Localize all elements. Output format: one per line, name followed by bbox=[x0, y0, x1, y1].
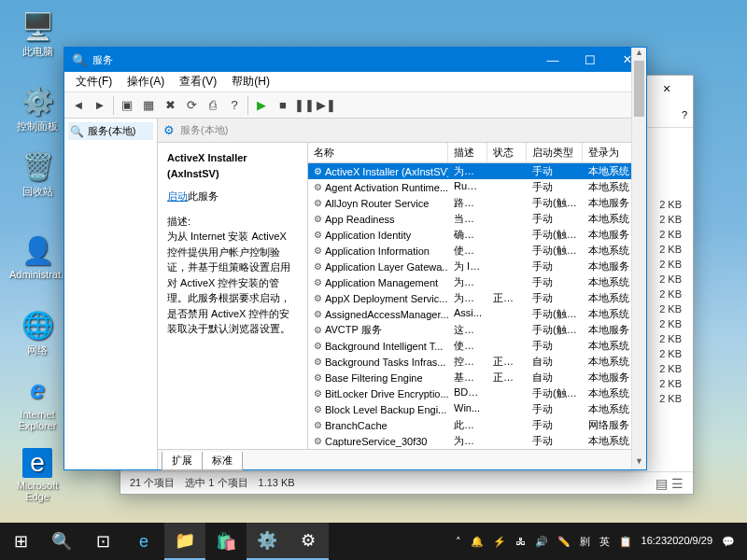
desktop-icon-edge[interactable]: eMicrosoft Edge bbox=[9, 448, 65, 502]
nav-help-button[interactable]: ? bbox=[682, 109, 687, 120]
service-row[interactable]: ⚙AppX Deployment Servic...为部...正在...手动本地… bbox=[308, 290, 646, 306]
service-row[interactable]: ⚙BranchCache此服...手动网络服务 bbox=[308, 417, 646, 433]
system-tray: ˄ 🔔 ⚡ 🖧 🔊 ✏️ 㔀 英 📋 16:23 2020/9/29 💬 bbox=[451, 523, 747, 560]
toolbar-refresh-button[interactable]: ⟳ bbox=[181, 95, 202, 116]
taskbar-clock[interactable]: 16:23 2020/9/29 bbox=[637, 523, 717, 560]
service-row[interactable]: ⚙Application Layer Gatewa...为 In...手动本地服… bbox=[308, 259, 646, 274]
service-row[interactable]: ⚙AssignedAccessManager...Assi...手动(触发...… bbox=[308, 306, 646, 322]
service-row[interactable]: ⚙AllJoyn Router Service路由...手动(触发...本地服务 bbox=[308, 195, 646, 211]
gear-icon: ⚙ bbox=[314, 198, 322, 208]
tray-icon[interactable]: 🔔 bbox=[466, 523, 488, 560]
minimize-button[interactable]: — bbox=[534, 48, 571, 72]
taskbar: ⊞ 🔍 ⊡ e 📁 🛍️ ⚙️ ⚙ ˄ 🔔 ⚡ 🖧 🔊 ✏️ 㔀 英 📋 16:… bbox=[0, 523, 747, 560]
taskbar-store[interactable]: 🛍️ bbox=[205, 523, 247, 560]
services-window[interactable]: 🔍 服务 — ☐ × 文件(F) 操作(A) 查看(V) 帮助(H) ◄ ► ▣… bbox=[63, 47, 647, 470]
services-titlebar[interactable]: 🔍 服务 — ☐ × bbox=[64, 48, 646, 72]
ime-indicator[interactable]: 㔀 bbox=[575, 523, 595, 560]
service-row[interactable]: ⚙Block Level Backup Engi...Win...手动本地系统 bbox=[308, 401, 646, 417]
toolbar-forward-button[interactable]: ► bbox=[90, 95, 110, 116]
description-text: 为从 Internet 安装 ActiveX 控件提供用户帐户控制验证，并基于组… bbox=[167, 229, 298, 337]
gear-icon: ⚙ bbox=[314, 230, 322, 240]
scrollbar-thumb[interactable] bbox=[634, 61, 644, 117]
desktop-icon-thispc[interactable]: 🖥️此电脑 bbox=[9, 9, 65, 59]
menu-help[interactable]: 帮助(H) bbox=[224, 72, 277, 91]
toolbar-export-button[interactable]: ⎙ bbox=[203, 95, 223, 116]
gear-icon: ⚙ bbox=[314, 404, 322, 414]
service-row[interactable]: ⚙App Readiness当用...手动本地系统 bbox=[308, 211, 646, 227]
edge-icon: e bbox=[22, 448, 52, 478]
tab-extended[interactable]: 扩展 bbox=[162, 452, 202, 470]
service-row[interactable]: ⚙Application Identity确定...手动(触发...本地服务 bbox=[308, 227, 646, 243]
scroll-up-arrow[interactable]: ▲ bbox=[632, 48, 646, 61]
tree-item-services-local[interactable]: 🔍 服务(本地) bbox=[68, 122, 153, 140]
gear-icon: ⚙ bbox=[314, 261, 322, 272]
service-row[interactable]: ⚙Background Intelligent T...使用...手动本地系统 bbox=[308, 338, 646, 354]
desktop-icon-ie[interactable]: eInternet Explorer bbox=[9, 373, 65, 431]
service-row[interactable]: ⚙ActiveX Installer (AxInstSV)为从 ...手动本地系… bbox=[308, 163, 646, 179]
explorer-close-button[interactable]: × bbox=[648, 81, 685, 96]
gear-icon: ⚙ bbox=[314, 388, 322, 399]
toolbar-back-button[interactable]: ◄ bbox=[68, 95, 89, 116]
gear-icon: 🔍 bbox=[70, 125, 84, 138]
toolbar-stop-button[interactable]: ■ bbox=[273, 95, 293, 116]
menu-view[interactable]: 查看(V) bbox=[172, 72, 224, 91]
taskbar-settings[interactable]: ⚙️ bbox=[247, 523, 288, 560]
menu-file[interactable]: 文件(F) bbox=[68, 72, 120, 91]
action-center-button[interactable]: 💬 bbox=[717, 523, 740, 560]
start-service-link[interactable]: 启动 bbox=[167, 190, 188, 202]
search-button[interactable]: 🔍 bbox=[41, 523, 82, 560]
gear-icon: ⚙ bbox=[314, 436, 322, 446]
menu-action[interactable]: 操作(A) bbox=[120, 72, 172, 91]
toolbar-restart-button[interactable]: ▶❚ bbox=[316, 95, 336, 116]
start-button[interactable]: ⊞ bbox=[0, 523, 41, 560]
service-row[interactable]: ⚙CaptureService_30f30为调...手动本地系统 bbox=[308, 433, 646, 449]
col-description[interactable]: 描述 bbox=[448, 143, 487, 162]
service-row[interactable]: ⚙AVCTP 服务这是...手动(触发...本地服务 bbox=[308, 322, 646, 338]
tray-network-icon[interactable]: 🖧 bbox=[511, 523, 530, 560]
gear-icon: ⚙ bbox=[314, 309, 322, 319]
taskbar-services[interactable]: ⚙ bbox=[288, 523, 329, 560]
tray-icon[interactable]: ✏️ bbox=[553, 523, 575, 560]
taskbar-edge[interactable]: e bbox=[123, 523, 164, 560]
service-row[interactable]: ⚙BitLocker Drive Encryptio...BDE...手动(触发… bbox=[308, 385, 646, 401]
services-toolbar: ◄ ► ▣ ▦ ✖ ⟳ ⎙ ? ▶ ■ ❚❚ ▶❚ bbox=[64, 92, 646, 119]
col-status[interactable]: 状态 bbox=[487, 143, 527, 162]
description-label: 描述: bbox=[167, 214, 298, 230]
ime-language[interactable]: 英 bbox=[595, 523, 614, 560]
task-view-button[interactable]: ⊡ bbox=[82, 523, 123, 560]
service-row[interactable]: ⚙Application Information使用...手动(触发...本地系… bbox=[308, 243, 646, 259]
explorer-view-buttons[interactable]: ▤ ☰ bbox=[655, 476, 684, 491]
tray-icon[interactable]: ⚡ bbox=[488, 523, 511, 560]
service-row[interactable]: ⚙Agent Activation Runtime...Runt...手动本地系… bbox=[308, 179, 646, 195]
scroll-down-arrow[interactable]: ▼ bbox=[632, 456, 646, 469]
column-headers: 名称 描述 状态 启动类型 登录为 bbox=[308, 143, 646, 163]
toolbar-properties-button[interactable]: ▦ bbox=[138, 95, 159, 116]
tab-standard[interactable]: 标准 bbox=[202, 452, 243, 470]
vertical-scrollbar[interactable]: ▲ ▼ bbox=[631, 48, 646, 469]
maximize-button[interactable]: ☐ bbox=[571, 48, 609, 72]
toolbar-help-button[interactable]: ? bbox=[224, 95, 245, 116]
toolbar-pause-button[interactable]: ❚❚ bbox=[294, 95, 315, 116]
desktop-icon-administrator[interactable]: 👤Administrat... bbox=[9, 233, 65, 280]
gear-icon: ⚙ bbox=[314, 182, 322, 192]
services-tabs: 扩展 标准 bbox=[158, 449, 646, 469]
service-detail-panel: ActiveX Installer (AxInstSV) 启动此服务 描述: 为… bbox=[158, 143, 307, 449]
taskbar-explorer[interactable]: 📁 bbox=[164, 523, 205, 560]
desktop-icon-controlpanel[interactable]: ⚙️控制面板 bbox=[9, 84, 65, 133]
service-row[interactable]: ⚙Background Tasks Infras...控制...正在...自动本… bbox=[308, 354, 646, 370]
service-row[interactable]: ⚙Base Filtering Engine基本...正在...自动本地服务 bbox=[308, 370, 646, 385]
toolbar-start-button[interactable]: ▶ bbox=[251, 95, 272, 116]
explorer-statusbar: 21 个项目 选中 1 个项目 1.13 KB ▤ ☰ bbox=[120, 471, 693, 494]
col-startup[interactable]: 启动类型 bbox=[527, 143, 583, 162]
service-row[interactable]: ⚙Application Management为通...手动本地系统 bbox=[308, 274, 646, 290]
desktop-icon-network[interactable]: 🌐网络 bbox=[9, 308, 65, 357]
toolbar-show-hide-button[interactable]: ▣ bbox=[117, 95, 137, 116]
gear-icon: ⚙ bbox=[314, 277, 322, 287]
tray-volume-icon[interactable]: 🔊 bbox=[530, 523, 553, 560]
services-app-icon: 🔍 bbox=[72, 53, 87, 67]
toolbar-delete-button[interactable]: ✖ bbox=[160, 95, 180, 116]
tray-icon[interactable]: 📋 bbox=[614, 523, 637, 560]
tray-overflow-button[interactable]: ˄ bbox=[451, 523, 466, 560]
desktop-icon-recyclebin[interactable]: 🗑️回收站 bbox=[9, 149, 65, 199]
col-name[interactable]: 名称 bbox=[308, 143, 448, 162]
